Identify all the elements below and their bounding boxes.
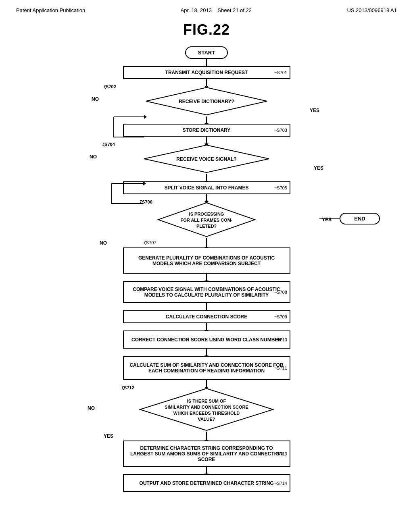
s701-label: ~S701 — [274, 70, 287, 75]
s713-label: ~S713 — [274, 451, 287, 456]
arrow-s703-s704 — [206, 137, 207, 144]
s709-label: ~S709 — [274, 314, 287, 319]
s706-no-label: NO — [100, 240, 107, 246]
s712-yes-label: YES — [104, 433, 113, 439]
arrow-s712-s713 — [206, 432, 207, 441]
s701-rect: TRANSMIT ACQUISITION REQUEST — [123, 66, 290, 79]
s707-step-label-above: ζS707 — [144, 240, 156, 245]
arrow-s705-s706 — [206, 194, 207, 202]
s712-step-label: ζS712 — [122, 385, 134, 390]
s708-rect: COMPARE VOICE SIGNAL WITH COMBINATIONS O… — [123, 281, 290, 303]
header-right: US 2013/0096918 A1 — [347, 7, 397, 13]
arrow-s709-s710 — [206, 323, 207, 330]
arrow-s711-s712 — [206, 380, 207, 387]
s709-rect: CALCULATE CONNECTION SCORE — [123, 310, 290, 323]
arrow-s707-s708 — [206, 274, 207, 281]
s710-label: ~S710 — [274, 337, 287, 342]
page-header: Patent Application Publication Apr. 18, … — [0, 0, 413, 17]
s708-label: ~S708 — [274, 290, 287, 295]
svg-text:FOR ALL FRAMES COM-: FOR ALL FRAMES COM- — [181, 218, 233, 222]
s703-label: ~S703 — [274, 128, 287, 133]
s711-rect: CALCULATE SUM OF SIMILARITY AND CONNECTI… — [123, 356, 290, 380]
svg-text:VALUE?: VALUE? — [198, 417, 215, 422]
arrow-s702-s703 — [206, 116, 207, 124]
svg-text:PLETED?: PLETED? — [196, 224, 217, 229]
end-terminal: END — [340, 213, 380, 224]
s702-diamond: RECEIVE DICTIONARY? — [144, 86, 269, 116]
s706-step-label: ζS706 — [140, 200, 152, 204]
s705-row: SPLIT VOICE SIGNAL INTO FRAMES ~S705 — [65, 181, 348, 194]
s713-rect: DETERMINE CHARACTER STRING CORRESPONDING… — [123, 441, 290, 467]
s709-row: CALCULATE CONNECTION SCORE ~S709 — [65, 310, 348, 323]
svg-text:WHICH EXCEEDS THRESHOLD: WHICH EXCEEDS THRESHOLD — [173, 411, 240, 416]
s714-rect: OUTPUT AND STORE DETERMINED CHARACTER ST… — [123, 474, 290, 492]
svg-text:IS PROCESSING: IS PROCESSING — [189, 212, 224, 216]
s703-row: STORE DICTIONARY ~S703 — [65, 124, 348, 137]
arrow-s710-s711 — [206, 349, 207, 356]
s710-rect: CORRECT CONNECTION SCORE USING WORD CLAS… — [123, 330, 290, 349]
s712-diamond: IS THERE SUM OF SIMILARITY AND CONNECTIO… — [138, 387, 275, 432]
s711-label: ~S711 — [274, 366, 287, 370]
s713-row: DETERMINE CHARACTER STRING CORRESPONDING… — [65, 441, 348, 467]
s702-wrapper: ζS702 NO RECEIVE DICTIONARY? YES — [65, 86, 348, 116]
s712-wrapper: ζS712 NO IS THERE SUM OF SIMILARITY AND … — [65, 387, 348, 432]
arrow-s713-s714 — [206, 467, 207, 474]
figure-title: FIG.22 — [183, 21, 230, 38]
header-left: Patent Application Publication — [16, 7, 85, 13]
s704-yes-label: YES — [314, 165, 323, 171]
svg-text:RECEIVE VOICE SIGNAL?: RECEIVE VOICE SIGNAL? — [176, 156, 236, 162]
arrow-s706-s707 — [206, 238, 207, 247]
arrow-s708-s709 — [206, 303, 207, 310]
svg-marker-8 — [140, 389, 273, 430]
s707-row: GENERATE PLURALITY OF COMBINATIONS OF AC… — [65, 247, 348, 274]
s705-rect: SPLIT VOICE SIGNAL INTO FRAMES — [123, 181, 290, 194]
s712-no-label: NO — [88, 405, 95, 411]
s714-label: ~S714 — [274, 481, 287, 486]
arrow-s704-s705 — [206, 174, 207, 181]
s702-step-label: ζS702 — [104, 84, 116, 89]
end-group: END — [319, 213, 380, 224]
end-hline — [319, 218, 340, 219]
arrow-start-s701 — [206, 59, 207, 66]
diagram-container: FIG.22 START TRANSMIT ACQUISITION REQUES… — [0, 17, 413, 504]
s710-row: CORRECT CONNECTION SCORE USING WORD CLAS… — [65, 330, 348, 349]
svg-text:IS THERE SUM OF: IS THERE SUM OF — [187, 399, 226, 403]
s705-label: ~S705 — [274, 185, 287, 190]
svg-text:RECEIVE DICTIONARY?: RECEIVE DICTIONARY? — [179, 99, 234, 104]
s707-rect: GENERATE PLURALITY OF COMBINATIONS OF AC… — [123, 247, 290, 274]
s702-no-label: NO — [92, 96, 99, 102]
s704-wrapper: ζS704 NO RECEIVE VOICE SIGNAL? YES — [65, 144, 348, 174]
header-center: Apr. 18, 2013 Sheet 21 of 22 — [181, 7, 252, 13]
s704-diamond: RECEIVE VOICE SIGNAL? — [142, 144, 271, 174]
start-terminal: START — [185, 46, 228, 59]
s708-row: COMPARE VOICE SIGNAL WITH COMBINATIONS O… — [65, 281, 348, 303]
s702-yes-label: YES — [310, 108, 319, 113]
s704-no-label: NO — [90, 154, 97, 160]
s711-row: CALCULATE SUM OF SIMILARITY AND CONNECTI… — [65, 356, 348, 380]
s703-rect: STORE DICTIONARY — [123, 124, 290, 137]
arrow-s701-s702 — [206, 79, 207, 86]
s704-step-label: ζS704 — [102, 142, 115, 147]
s706-wrapper: ζS706 IS PROCESSING FOR ALL FRAMES COM- … — [65, 202, 348, 238]
svg-text:SIMILARITY AND CONNECTION SCOR: SIMILARITY AND CONNECTION SCORE — [165, 405, 248, 409]
s701-row: TRANSMIT ACQUISITION REQUEST ~S701 — [65, 66, 348, 79]
s714-row: OUTPUT AND STORE DETERMINED CHARACTER ST… — [65, 474, 348, 492]
s706-diamond: IS PROCESSING FOR ALL FRAMES COM- PLETED… — [156, 202, 257, 238]
